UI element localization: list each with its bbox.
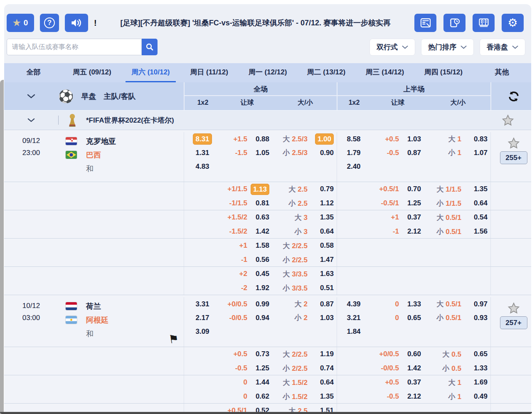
full-ou-odds[interactable]: 0.90 <box>310 149 337 157</box>
half-handicap-odds[interactable]: 0.37 <box>401 213 424 222</box>
full-ou-odds[interactable]: 1.19 <box>310 350 337 358</box>
full-ou-odds[interactable]: 1.03 <box>310 314 337 322</box>
full-ou-odds[interactable]: 0.87 <box>310 300 337 308</box>
full-ou-odds[interactable]: 0.64 <box>310 378 337 387</box>
full-handicap-odds[interactable]: 1.25 <box>250 364 273 372</box>
half-odds-1x2[interactable]: 4.39 <box>337 300 370 308</box>
full-handicap-odds[interactable]: 1.05 <box>250 149 273 157</box>
match-favorite-star-icon[interactable] <box>507 302 520 314</box>
league-name[interactable]: *FIFA世界杯2022(在卡塔尔) <box>86 116 174 125</box>
half-handicap-odds[interactable]: 1.03 <box>401 135 424 143</box>
half-handicap-odds[interactable]: 1.25 <box>401 199 424 207</box>
full-handicap-odds[interactable]: 0.99 <box>250 300 273 308</box>
collapse-all-chevron[interactable] <box>4 94 58 99</box>
full-ou-odds[interactable]: 1.47 <box>310 256 337 264</box>
sound-button[interactable] <box>65 14 88 32</box>
full-ou-odds[interactable]: 1.63 <box>310 270 337 278</box>
half-handicap-odds[interactable]: 0.70 <box>401 185 424 193</box>
full-handicap-odds[interactable]: 0.63 <box>250 213 273 222</box>
help-button[interactable]: ? <box>40 14 59 32</box>
half-ou-odds[interactable]: 0.54 <box>464 213 491 222</box>
full-odds-1x2[interactable]: 3.09 <box>184 328 221 336</box>
half-handicap-odds[interactable]: 0.87 <box>401 149 424 157</box>
favorites-button[interactable]: ★ 0 <box>7 14 34 32</box>
home-team[interactable]: 荷兰 <box>86 301 101 311</box>
home-team[interactable]: 克罗地亚 <box>86 136 116 146</box>
scoreboard-button[interactable] <box>473 14 495 32</box>
half-ou-odds[interactable]: 0.93 <box>464 314 491 322</box>
settings-button[interactable]: ⚙ <box>502 14 524 32</box>
tab-1[interactable]: 周五 (09/12) <box>63 63 121 82</box>
half-handicap-odds[interactable]: 0.65 <box>401 314 424 322</box>
half-ou-odds[interactable]: 0.49 <box>464 392 491 401</box>
full-odds-1x2[interactable]: 1.31 <box>184 149 221 157</box>
half-ou-odds[interactable]: 1.07 <box>464 149 491 157</box>
half-ou-odds[interactable]: 0.64 <box>464 199 491 207</box>
full-ou-odds[interactable]: 0.74 <box>310 364 337 372</box>
away-team[interactable]: 阿根廷 <box>86 315 108 325</box>
full-odds-1x2[interactable]: 2.17 <box>184 314 221 322</box>
search-input[interactable] <box>7 39 142 55</box>
half-handicap-odds[interactable]: 2.12 <box>401 392 424 401</box>
full-handicap-odds[interactable]: 1.44 <box>250 378 273 387</box>
full-handicap-odds[interactable]: 0.56 <box>250 256 273 264</box>
filter-dropdown-1[interactable]: 热门排序 <box>421 39 474 56</box>
half-odds-1x2[interactable]: 2.40 <box>337 163 370 171</box>
half-handicap-odds[interactable]: 1.33 <box>401 300 424 308</box>
search-button[interactable] <box>142 39 158 55</box>
half-handicap-odds[interactable]: 0.60 <box>401 350 424 358</box>
full-odds-1x2[interactable]: 3.31 <box>184 300 221 308</box>
full-ou-odds[interactable]: 1.35 <box>310 213 337 222</box>
full-odds-1x2[interactable]: 4.83 <box>184 163 221 171</box>
half-odds-1x2[interactable]: 1.84 <box>337 328 370 336</box>
half-ou-odds[interactable]: 1.56 <box>464 227 491 236</box>
full-handicap-odds[interactable]: 0.62 <box>250 392 273 401</box>
full-ou-odds[interactable]: 1.00 <box>310 133 337 145</box>
full-ou-odds[interactable]: 0.58 <box>310 242 337 250</box>
filter-dropdown-0[interactable]: 双行式 <box>369 39 415 56</box>
half-ou-odds[interactable]: 1.35 <box>464 185 491 193</box>
half-handicap-odds[interactable]: 2.12 <box>401 227 424 236</box>
more-markets-button[interactable]: 257+ <box>500 316 527 329</box>
full-ou-odds[interactable]: 1.35 <box>310 392 337 401</box>
history-button[interactable] <box>443 14 466 32</box>
full-handicap-odds[interactable]: 0.81 <box>250 199 273 207</box>
half-ou-odds[interactable]: 1.69 <box>464 378 491 387</box>
filter-dropdown-2[interactable]: 香港盘 <box>480 39 525 56</box>
half-handicap-odds[interactable]: 1.42 <box>401 364 424 372</box>
full-ou-odds[interactable]: 0.64 <box>310 227 337 236</box>
tab-5[interactable]: 周二 (13/12) <box>297 63 355 82</box>
tab-6[interactable]: 周三 (14/12) <box>355 63 414 82</box>
full-ou-odds[interactable]: 0.79 <box>310 185 337 193</box>
half-ou-odds[interactable]: 0.97 <box>464 300 491 308</box>
full-odds-1x2[interactable]: 8.31 <box>184 133 221 145</box>
half-odds-1x2[interactable]: 1.79 <box>337 149 370 157</box>
full-ou-odds[interactable]: 1.12 <box>310 199 337 207</box>
tab-7[interactable]: 周四 (15/12) <box>414 63 473 82</box>
half-ou-odds[interactable]: 1.33 <box>464 364 491 372</box>
tab-3[interactable]: 周日 (11/12) <box>180 63 239 82</box>
full-handicap-odds[interactable]: 1.42 <box>250 227 273 236</box>
full-handicap-odds[interactable]: 1.13 <box>250 184 273 195</box>
away-team[interactable]: 巴西 <box>86 150 101 160</box>
half-ou-odds[interactable]: 0.83 <box>464 135 491 143</box>
tab-2[interactable]: 周六 (10/12) <box>121 63 180 82</box>
full-ou-odds[interactable]: 0.51 <box>310 284 337 292</box>
half-odds-1x2[interactable]: 8.58 <box>337 135 370 143</box>
full-handicap-odds[interactable]: 0.73 <box>250 350 273 358</box>
full-handicap-odds[interactable]: 0.94 <box>250 314 273 322</box>
news-button[interactable] <box>414 14 436 32</box>
more-markets-button[interactable]: 255+ <box>500 151 527 164</box>
tab-4[interactable]: 周一 (12/12) <box>239 63 297 82</box>
half-odds-1x2[interactable]: 3.21 <box>337 314 370 322</box>
refresh-icon[interactable] <box>507 90 520 103</box>
full-handicap-odds[interactable]: 1.58 <box>250 242 273 250</box>
league-collapse-chevron[interactable] <box>4 118 58 122</box>
tab-0[interactable]: 全部 <box>4 63 63 82</box>
league-favorite-star-icon[interactable] <box>502 114 514 126</box>
full-handicap-odds[interactable]: 0.45 <box>250 270 273 278</box>
tab-8[interactable]: 其他 <box>473 63 531 82</box>
half-handicap-odds[interactable]: 0.37 <box>401 378 424 387</box>
half-ou-odds[interactable]: 0.65 <box>464 350 491 358</box>
match-favorite-star-icon[interactable] <box>507 137 520 149</box>
